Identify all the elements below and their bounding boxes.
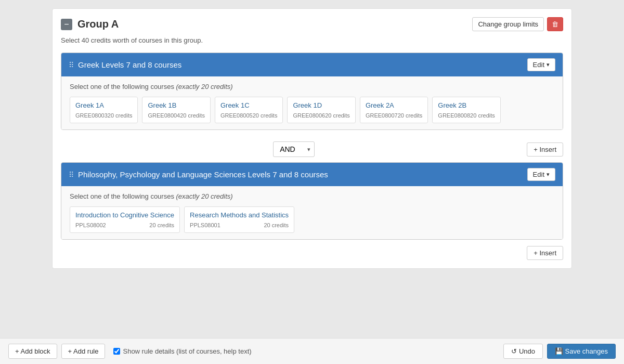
course-code: GREE08003: [75, 112, 108, 119]
connector-area: ANDOR ▾ + Insert: [61, 136, 563, 162]
group-title-area: − Group A: [61, 18, 119, 30]
courses-grid-ppls: Introduction to Cognitive SciencePPLS080…: [70, 206, 554, 233]
rule-header-ppls: ⠿ Philosophy, Psychology and Language Sc…: [61, 163, 563, 186]
rule-credits-note-greek: (exactly 20 credits): [176, 83, 233, 90]
insert-area-2: + Insert: [61, 246, 563, 260]
add-rule-button[interactable]: + Add rule: [61, 344, 106, 359]
courses-grid-greek: Greek 1AGREE0800320 creditsGreek 1BGREE0…: [70, 97, 554, 123]
rule-desc-text-ppls: Select one of the following courses: [70, 192, 174, 200]
course-code: PPLS08002: [75, 222, 106, 228]
edit-rule-ppls-button[interactable]: Edit ▾: [527, 168, 555, 181]
drag-handle-icon[interactable]: ⠿: [69, 61, 74, 69]
course-card[interactable]: Greek 2AGREE0800720 credits: [360, 97, 428, 123]
course-meta: PPLS0800220 credits: [75, 222, 174, 228]
course-code: GREE08008: [438, 112, 470, 119]
insert-button-1[interactable]: + Insert: [527, 142, 563, 157]
bottom-toolbar: + Add block + Add rule Show rule details…: [0, 338, 624, 364]
edit-label-greek: Edit: [533, 61, 544, 69]
course-meta: GREE0800520 credits: [220, 112, 277, 119]
rule-header-title-greek: ⠿ Greek Levels 7 and 8 courses: [69, 60, 181, 69]
edit-label-ppls: Edit: [533, 171, 544, 178]
connector-select[interactable]: ANDOR: [273, 141, 315, 157]
course-card[interactable]: Greek 1CGREE0800520 credits: [215, 97, 283, 123]
rule-description-greek: Select one of the following courses (exa…: [70, 83, 554, 90]
course-code: GREE08004: [148, 112, 180, 119]
course-code: GREE08006: [293, 112, 325, 119]
rule-block-ppls: ⠿ Philosophy, Psychology and Language Sc…: [61, 162, 563, 240]
chevron-down-icon: ▾: [547, 61, 550, 68]
course-name: Greek 1A: [75, 101, 132, 109]
group-header: − Group A Change group limits 🗑: [61, 17, 563, 31]
course-card[interactable]: Greek 2BGREE0800820 credits: [432, 97, 500, 123]
course-card[interactable]: Introduction to Cognitive SciencePPLS080…: [70, 206, 180, 233]
show-details-text: Show rule details (list of courses, help…: [123, 347, 251, 355]
course-name: Greek 1D: [293, 101, 349, 109]
course-name: Greek 2B: [438, 101, 495, 109]
rule-description-ppls: Select one of the following courses (exa…: [70, 192, 554, 200]
course-credits: 20 credits: [398, 112, 423, 119]
connector-left: ANDOR ▾: [61, 141, 527, 157]
course-code: GREE08007: [366, 112, 398, 119]
edit-rule-greek-button[interactable]: Edit ▾: [527, 58, 555, 71]
insert-button-2[interactable]: + Insert: [527, 246, 563, 260]
course-card[interactable]: Research Methods and StatisticsPPLS08001…: [184, 206, 294, 233]
show-details-label[interactable]: Show rule details (list of courses, help…: [113, 347, 251, 355]
change-group-limits-button[interactable]: Change group limits: [472, 17, 544, 31]
group-actions: Change group limits 🗑: [472, 17, 563, 31]
course-meta: GREE0800820 credits: [438, 112, 495, 119]
course-name: Introduction to Cognitive Science: [75, 211, 174, 219]
rule-desc-text-greek: Select one of the following courses: [70, 83, 174, 90]
course-credits: 20 credits: [253, 112, 278, 119]
rule-title-ppls: Philosophy, Psychology and Language Scie…: [78, 170, 328, 179]
rule-credits-note-ppls: (exactly 20 credits): [176, 192, 233, 200]
add-block-button[interactable]: + Add block: [8, 344, 57, 359]
undo-button[interactable]: ↺ Undo: [503, 344, 543, 359]
rule-title-greek: Greek Levels 7 and 8 courses: [78, 60, 181, 69]
course-name: Greek 2A: [366, 101, 422, 109]
chevron-down-icon-ppls: ▾: [547, 171, 550, 178]
course-card[interactable]: Greek 1BGREE0800420 credits: [142, 97, 210, 123]
delete-group-button[interactable]: 🗑: [547, 17, 563, 31]
course-meta: PPLS0800120 credits: [190, 222, 289, 228]
course-credits: 20 credits: [264, 222, 289, 228]
course-meta: GREE0800720 credits: [366, 112, 422, 119]
course-name: Greek 1B: [148, 101, 204, 109]
course-card[interactable]: Greek 1AGREE0800320 credits: [70, 97, 138, 123]
course-credits: 20 credits: [108, 112, 133, 119]
rule-body-ppls: Select one of the following courses (exa…: [61, 186, 563, 239]
page-wrapper: − Group A Change group limits 🗑 Select 4…: [0, 0, 624, 364]
rule-header-title-ppls: ⠿ Philosophy, Psychology and Language Sc…: [69, 170, 328, 179]
save-button[interactable]: 💾 Save changes: [547, 344, 616, 359]
main-content: − Group A Change group limits 🗑 Select 4…: [0, 0, 624, 338]
show-details-checkbox[interactable]: [113, 348, 120, 355]
course-credits: 20 credits: [470, 112, 495, 119]
group-card: − Group A Change group limits 🗑 Select 4…: [52, 8, 572, 269]
drag-handle-icon-ppls[interactable]: ⠿: [69, 171, 74, 179]
collapse-button[interactable]: −: [61, 19, 72, 30]
group-title: Group A: [77, 18, 119, 30]
course-card[interactable]: Greek 1DGREE0800620 credits: [287, 97, 355, 123]
rule-body-greek: Select one of the following courses (exa…: [61, 76, 563, 129]
course-meta: GREE0800320 credits: [75, 112, 132, 119]
group-subtitle: Select 40 credits worth of courses in th…: [61, 36, 563, 44]
connector-select-wrapper: ANDOR ▾: [273, 141, 315, 157]
course-credits: 20 credits: [180, 112, 205, 119]
course-code: GREE08005: [220, 112, 253, 119]
course-credits: 20 credits: [325, 112, 350, 119]
course-credits: 20 credits: [149, 222, 174, 228]
course-meta: GREE0800620 credits: [293, 112, 349, 119]
course-name: Greek 1C: [220, 101, 277, 109]
course-meta: GREE0800420 credits: [148, 112, 204, 119]
rule-header-greek: ⠿ Greek Levels 7 and 8 courses Edit ▾: [61, 53, 563, 76]
course-name: Research Methods and Statistics: [190, 211, 289, 219]
course-code: PPLS08001: [190, 222, 220, 228]
rule-block-greek: ⠿ Greek Levels 7 and 8 courses Edit ▾ Se…: [61, 53, 563, 130]
